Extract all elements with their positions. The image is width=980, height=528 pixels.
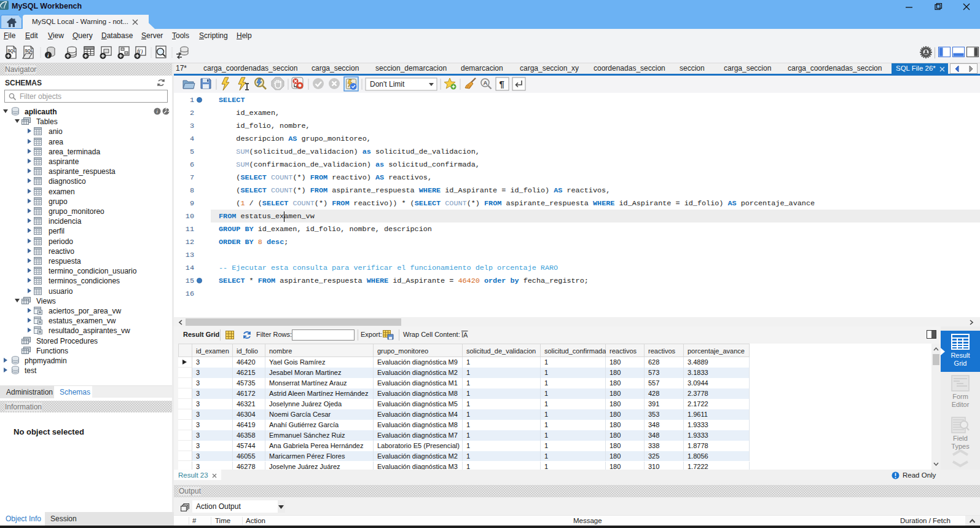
svg-text:SQL: SQL <box>25 49 33 53</box>
svg-text:Don't Limit: Don't Limit <box>370 80 405 89</box>
svg-text:¶: ¶ <box>500 79 504 89</box>
svg-text:A: A <box>483 79 487 86</box>
svg-text:SQL: SQL <box>8 49 16 53</box>
svg-text:ĪA: ĪA <box>461 331 468 339</box>
